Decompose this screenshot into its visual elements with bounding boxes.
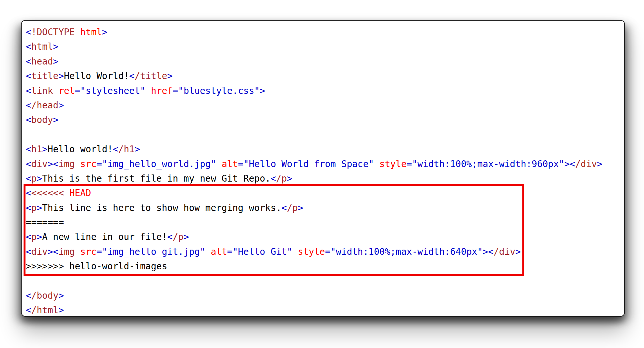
code-token-bracket: >	[135, 144, 140, 154]
code-token-bracket: >	[37, 232, 42, 242]
code-token-tag_name: body	[31, 114, 53, 125]
code-token-bracket: <	[26, 173, 31, 184]
code-content: <!DOCTYPE html><html><head><title>Hello …	[22, 21, 624, 318]
code-token-tag_name: /body	[31, 290, 58, 301]
code-token-attribute: html	[80, 27, 102, 37]
code-token-bracket: <	[26, 41, 31, 52]
code-line: <<<<<<< HEAD	[26, 186, 522, 200]
code-token-plain_text	[64, 188, 69, 198]
code-token-plain_text	[75, 27, 80, 37]
code-token-plain_text	[75, 246, 80, 257]
code-token-attribute_value: ="width:100%;max-width:960px"	[407, 159, 564, 169]
code-token-tag_name: img	[58, 246, 75, 257]
code-token-tag_name: /p	[276, 173, 287, 184]
code-token-plain_text	[292, 246, 298, 257]
code-token-bracket: <	[488, 246, 494, 257]
code-token-bracket: <	[271, 173, 276, 184]
code-token-tag_name: /div	[575, 159, 597, 169]
code-token-bracket: >	[167, 71, 173, 81]
code-line: <p>This line is here to show how merging…	[26, 201, 522, 215]
code-line: <html>	[26, 39, 624, 54]
code-token-tag_name: p	[31, 203, 37, 213]
code-token-bracket: <	[113, 144, 118, 154]
code-token-plain_text	[75, 159, 80, 169]
code-token-attribute_value: ="bluestyle.css"	[173, 85, 260, 96]
code-token-bracket: <	[26, 159, 31, 169]
code-token-bracket: >	[483, 246, 488, 257]
code-token-bracket: >	[53, 41, 58, 52]
code-token-bracket: >	[47, 159, 53, 169]
code-line: </html>	[26, 303, 624, 317]
code-token-bracket: <	[26, 305, 31, 315]
code-line: <!DOCTYPE html>	[26, 25, 624, 39]
code-token-tag_name: p	[31, 173, 37, 184]
code-token-bracket: >	[515, 246, 521, 257]
code-token-tag_name: /div	[494, 246, 515, 257]
code-token-bracket: <	[26, 56, 31, 67]
code-token-bracket: <	[281, 203, 287, 213]
code-token-attribute_value: ="img_hello_world.jpg"	[96, 159, 216, 169]
code-token-attribute: alt	[211, 246, 227, 257]
code-line	[26, 127, 624, 142]
code-token-tag_name: title	[31, 71, 58, 81]
code-token-bracket: >	[298, 203, 303, 213]
code-line: </head>	[26, 98, 624, 113]
code-token-bracket: <	[26, 27, 31, 37]
code-token-attribute_value: ="stylesheet"	[75, 85, 146, 96]
code-token-bracket: <	[26, 85, 31, 96]
code-token-bracket: <	[26, 144, 31, 154]
code-token-bracket: >	[42, 144, 48, 154]
code-token-attribute: style	[298, 246, 325, 257]
code-token-bracket: >	[260, 85, 265, 96]
code-token-plain_text: This line is here to show how merging wo…	[42, 203, 282, 213]
code-line: <link rel="stylesheet" href="bluestyle.c…	[26, 84, 624, 98]
code-token-attribute: href	[151, 85, 173, 96]
page-background: { "colors": { "bracket": "#0000cd", "tag…	[0, 0, 644, 348]
code-token-plain_text	[216, 159, 222, 169]
code-token-plain_text	[205, 246, 211, 257]
code-token-bracket: <	[167, 232, 173, 242]
code-token-plain_text: Hello world!	[47, 144, 113, 154]
code-token-tag_name: /p	[173, 232, 184, 242]
code-token-tag_name: /head	[31, 100, 58, 111]
code-token-bracket: >	[287, 173, 292, 184]
code-token-attribute: HEAD	[69, 188, 91, 198]
code-token-bracket: >	[102, 27, 107, 37]
code-token-bracket: <	[26, 71, 31, 81]
code-token-plain_text	[146, 85, 151, 96]
code-token-bracket: <	[26, 232, 31, 242]
code-panel: <!DOCTYPE html><html><head><title>Hello …	[21, 20, 625, 317]
code-line: </body>	[26, 288, 624, 303]
code-token-plain_text: Hello World!	[64, 71, 129, 81]
code-token-plain_text	[53, 85, 58, 96]
code-token-bracket: <	[26, 188, 31, 198]
code-token-plain_text: =======	[26, 217, 64, 228]
code-token-attribute: src	[80, 246, 97, 257]
code-token-attribute: style	[379, 159, 407, 169]
code-line: =======	[26, 215, 522, 230]
code-token-tag_name: /p	[287, 203, 298, 213]
code-token-bracket: <	[26, 203, 31, 213]
code-token-bracket: <	[26, 100, 31, 111]
code-token-attribute: src	[80, 159, 97, 169]
code-token-bracket: <	[26, 114, 31, 125]
code-token-bracket: <	[26, 246, 31, 257]
code-token-bracket: >	[58, 100, 64, 111]
code-token-bracket: >	[58, 71, 64, 81]
code-token-bracket: >	[58, 290, 64, 301]
code-token-bracket: >	[184, 232, 189, 242]
code-token-tag_name: div	[31, 159, 48, 169]
code-token-bracket: >	[564, 159, 570, 169]
code-token-bracket: >	[53, 56, 58, 67]
code-token-tag_name: /h1	[118, 144, 135, 154]
code-line: <p>A new line in our file!</p>	[26, 230, 522, 244]
code-token-tag_name: img	[58, 159, 75, 169]
code-line: <div><img src="img_hello_git.jpg" alt="H…	[26, 244, 522, 259]
code-token-tag_name: html	[31, 41, 53, 52]
code-token-tag_name: p	[31, 232, 37, 242]
code-token-bracket: >	[37, 203, 42, 213]
code-token-plain_text	[374, 159, 379, 169]
code-token-tag_name: div	[31, 246, 48, 257]
code-token-tag_name: /title	[135, 71, 167, 81]
code-line: <title>Hello World!</title>	[26, 69, 624, 83]
